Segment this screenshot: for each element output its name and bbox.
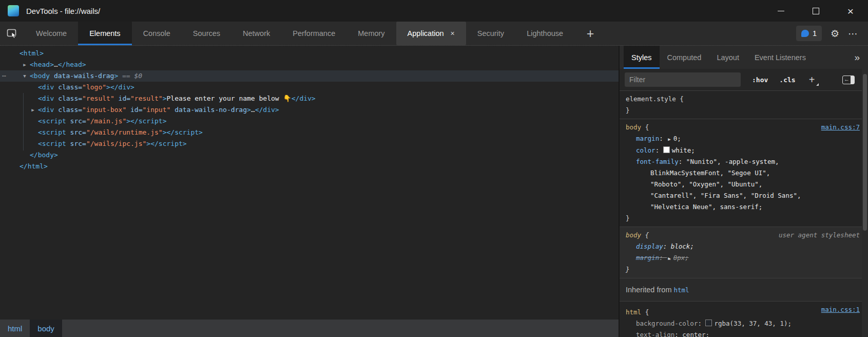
tab-elements[interactable]: Elements <box>78 22 131 45</box>
node-menu-icon[interactable]: ⋯ <box>2 70 7 82</box>
tab-welcome[interactable]: Welcome <box>25 22 78 45</box>
activity-badge[interactable]: 1 <box>796 26 822 41</box>
collapse-arrow-icon[interactable]: ▼ <box>21 70 29 82</box>
code-token: html <box>24 49 40 57</box>
title-bar: DevTools - file://wails/ × <box>0 0 868 22</box>
code-token: script <box>139 117 163 125</box>
style-filter-input[interactable] <box>625 72 741 87</box>
dom-tree-node[interactable]: <script src="/wails/ipc.js"></script> <box>0 138 619 149</box>
breadcrumb-body[interactable]: body <box>30 320 62 337</box>
css-property[interactable]: display: block; <box>626 241 855 252</box>
code-token: < <box>30 61 34 68</box>
style-rule: body {main.css:7margin: ▶0;color: white;… <box>620 119 868 227</box>
tab-event-listeners[interactable]: Event Listeners <box>747 46 814 69</box>
scrollbar-thumb[interactable] <box>863 74 867 231</box>
inherited-node-link[interactable]: html <box>674 286 689 294</box>
tab-performance[interactable]: Performance <box>281 22 346 45</box>
dom-tree-node[interactable]: <script src="/wails/runtime.js"></script… <box>0 127 619 138</box>
expand-shorthand-icon: ▶ <box>668 137 670 142</box>
add-tab-button[interactable]: + <box>580 22 601 45</box>
tab-network[interactable]: Network <box>232 22 281 45</box>
more-panels-icon[interactable]: » <box>854 52 860 63</box>
close-button[interactable]: × <box>833 0 868 22</box>
sidebar-toggle-icon[interactable]: ← <box>842 76 855 84</box>
dom-tree-node[interactable]: <html> <box>0 48 619 59</box>
code-token: src= <box>66 117 86 125</box>
css-property[interactable]: text-align: center; <box>626 329 855 337</box>
toggle-class-button[interactable]: .cls <box>779 76 795 84</box>
expand-arrow-icon[interactable]: ▶ <box>21 59 29 70</box>
dom-tree-node[interactable]: ⋯▼<body data-wails-drag> == $0 <box>0 70 619 82</box>
code-token: < <box>38 117 42 125</box>
style-rule: element.style {} <box>620 91 868 119</box>
tab-security[interactable]: Security <box>466 22 515 45</box>
property-value-wrap: "Helvetica Neue", sans-serif; <box>626 201 855 213</box>
dom-tree-node[interactable]: <div class="logo"></div> <box>0 82 619 93</box>
dom-tree-node[interactable]: <div class="result" id="result">Please e… <box>0 93 619 104</box>
tab-sources[interactable]: Sources <box>182 22 232 45</box>
code-token: $0 <box>134 72 143 80</box>
css-property[interactable]: margin: ▶8px; <box>626 252 855 264</box>
code-token: div <box>263 106 275 114</box>
color-swatch[interactable] <box>705 320 712 326</box>
rule-selector-line[interactable]: body { <box>626 122 855 133</box>
dom-tree-node[interactable]: </html> <box>0 161 619 172</box>
code-token: < <box>30 72 34 80</box>
dom-tree-node[interactable]: </body> <box>0 149 619 161</box>
code-token: > <box>40 49 44 57</box>
property-name: margin <box>636 254 659 261</box>
css-property[interactable]: margin: ▶0; <box>626 133 855 145</box>
css-property[interactable]: font-family: "Nunito", -apple-system, <box>626 156 855 167</box>
code-token: "/wails/ipc.js" <box>86 140 146 147</box>
tab-application[interactable]: Application × <box>396 22 466 45</box>
property-value: "Cantarell", "Fira Sans", "Droid Sans", <box>650 192 801 199</box>
sidebar-tab-bar: Styles Computed Layout Event Listeners » <box>620 46 868 69</box>
css-property[interactable]: background-color: rgba(33, 37, 43, 1); <box>626 318 855 329</box>
toggle-hover-state-button[interactable]: :hov <box>752 76 768 84</box>
styles-scrollbar[interactable] <box>862 69 868 337</box>
rule-selector-line[interactable]: element.style { <box>626 93 855 105</box>
breadcrumb-html[interactable]: html <box>0 320 30 337</box>
rule-origin: user agent stylesheet <box>779 230 860 241</box>
code-token: > <box>82 61 86 68</box>
code-token: div <box>42 83 54 91</box>
code-token: data-wails-drag <box>50 72 114 80</box>
color-swatch[interactable] <box>663 146 670 153</box>
maximize-button[interactable] <box>798 0 833 22</box>
tab-memory[interactable]: Memory <box>346 22 396 45</box>
code-token: head <box>66 61 82 68</box>
tab-layout[interactable]: Layout <box>709 46 747 69</box>
open-brace: { <box>641 231 649 239</box>
tab-styles[interactable]: Styles <box>624 46 660 69</box>
expand-arrow-icon[interactable]: ▶ <box>29 104 37 116</box>
tab-lighthouse[interactable]: Lighthouse <box>515 22 574 45</box>
tab-console[interactable]: Console <box>132 22 182 45</box>
stylesheet-link[interactable]: main.css:7 <box>821 122 860 133</box>
code-token: </ <box>292 95 300 102</box>
property-name: margin <box>636 135 659 142</box>
settings-gear-icon[interactable]: ⚙ <box>831 29 839 39</box>
code-token: "input" <box>143 106 171 114</box>
code-token: > <box>163 117 167 125</box>
dom-tree-node[interactable]: <script src="/main.js"></script> <box>0 116 619 127</box>
close-icon: × <box>847 6 854 16</box>
dom-tree-node[interactable]: ▶<div class="input-box" id="input" data-… <box>0 104 619 116</box>
property-name: text-align <box>636 331 674 337</box>
stylesheet-link[interactable]: main.css:1 <box>821 304 860 315</box>
close-tab-icon[interactable]: × <box>451 29 455 38</box>
property-colon: : <box>663 242 671 250</box>
inspect-cursor-icon <box>7 29 18 39</box>
tab-label: Lighthouse <box>527 29 563 38</box>
css-property[interactable]: color: white; <box>626 145 855 156</box>
code-token: < <box>38 106 42 114</box>
rule-selector-line[interactable]: html { <box>626 307 855 318</box>
code-token: > <box>130 83 134 91</box>
new-style-rule-button[interactable]: + <box>809 74 815 85</box>
dom-tree-node[interactable]: ▶<head>…</head> <box>0 59 619 70</box>
code-token: > <box>275 106 279 114</box>
minimize-button[interactable] <box>763 0 798 22</box>
tab-computed[interactable]: Computed <box>660 46 709 69</box>
tab-label: Sources <box>193 29 220 38</box>
more-menu-icon[interactable]: ⋯ <box>848 29 858 39</box>
inspect-element-button[interactable] <box>0 22 25 45</box>
